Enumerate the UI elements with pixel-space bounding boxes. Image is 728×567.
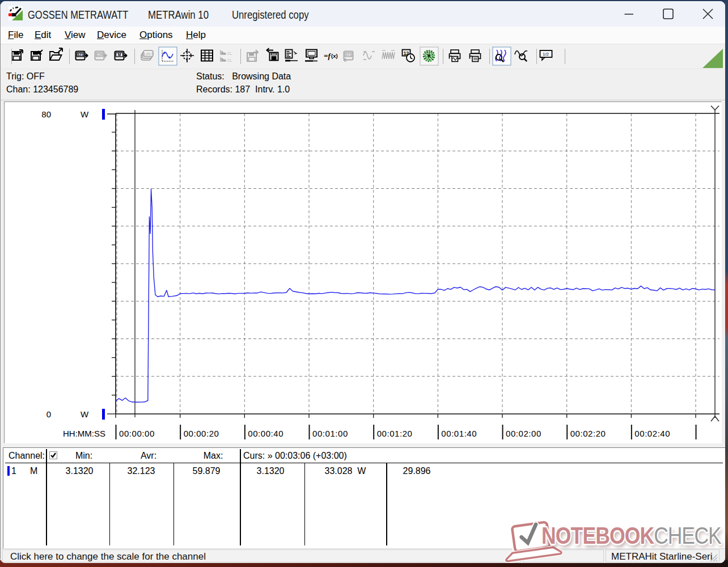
- svg-text:00:02:20: 00:02:20: [570, 429, 606, 438]
- svg-text:00:00:20: 00:00:20: [184, 429, 219, 438]
- svg-text:HH:MM:SS: HH:MM:SS: [63, 429, 105, 438]
- svg-text:00:02:00: 00:02:00: [506, 429, 541, 438]
- svg-text:80: 80: [41, 109, 51, 119]
- svg-text:=f: =f: [324, 52, 331, 60]
- svg-text:W: W: [81, 409, 89, 419]
- svg-text:1257: 1257: [143, 52, 153, 57]
- svg-text:M: M: [118, 53, 121, 57]
- svg-text:00:00:00: 00:00:00: [119, 429, 155, 438]
- svg-text:(x): (x): [331, 53, 338, 59]
- svg-text:W: W: [81, 109, 89, 119]
- svg-text:00:00:40: 00:00:40: [248, 429, 283, 438]
- svg-text:321: 321: [77, 53, 83, 57]
- svg-text:32K: 32K: [96, 53, 103, 57]
- svg-text:00:01:20: 00:01:20: [377, 429, 413, 438]
- svg-text:1/2: 1/2: [543, 52, 549, 57]
- svg-text:00:01:40: 00:01:40: [441, 429, 477, 438]
- svg-text:321: 321: [345, 53, 352, 57]
- svg-text:0: 0: [46, 409, 51, 419]
- svg-text:00:02:40: 00:02:40: [634, 429, 670, 438]
- svg-text:00:01:00: 00:01:00: [312, 429, 348, 438]
